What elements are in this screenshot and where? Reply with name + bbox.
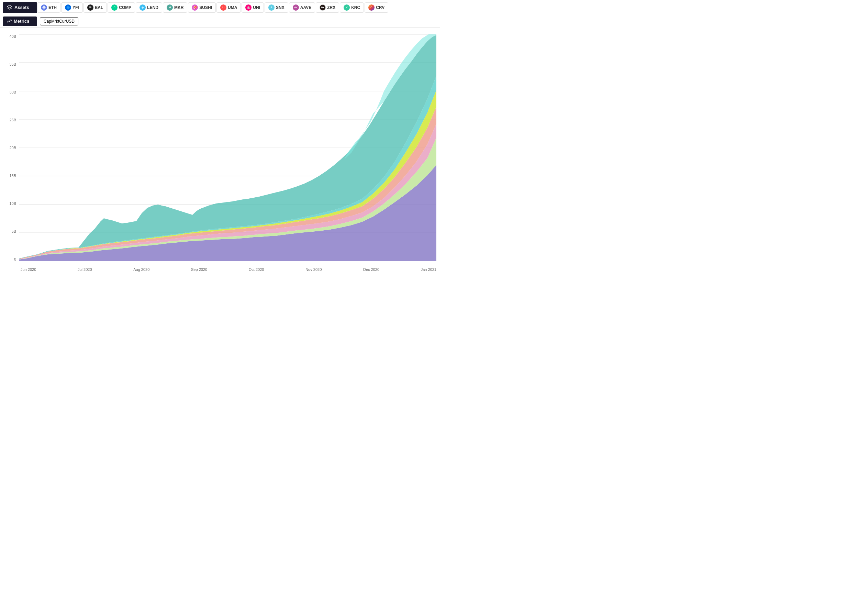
metric-capmrkt-tag[interactable]: CapMrktCurUSD [40,17,78,25]
token-tab-uma[interactable]: U UMA [217,2,241,13]
y-label-0: 0 [0,257,19,261]
uma-icon: U [220,5,226,11]
y-axis: 0 5B 10B 15B 20B 25B 30B 35B 40B [0,34,19,261]
assets-button[interactable]: Assets [3,2,37,13]
token-tab-crv[interactable]: C CRV [365,2,388,13]
metrics-icon [7,19,12,24]
mkr-label: MKR [174,5,183,10]
comp-label: COMP [119,5,131,10]
yfi-icon: 🔷 [65,5,71,11]
eth-icon [41,5,47,11]
x-label-jan2021: Jan 2021 [421,267,436,272]
x-axis: Jun 2020 Jul 2020 Aug 2020 Sep 2020 Oct … [20,267,436,272]
x-label-sep2020: Sep 2020 [191,267,207,272]
lend-label: LEND [147,5,158,10]
token-tab-zrx[interactable]: 0x ZRX [316,2,339,13]
assets-label: Assets [14,5,29,10]
sushi-label: SUSHI [199,5,212,10]
y-label-30b: 30B [0,90,19,94]
y-label-40b: 40B [0,34,19,39]
sushi-icon: 🍣 [192,5,198,11]
layers-icon [7,5,12,10]
lend-icon: ◎ [139,5,146,11]
token-tab-yfi[interactable]: 🔷 YFI [61,2,83,13]
x-label-oct2020: Oct 2020 [249,267,264,272]
uni-label: UNI [253,5,260,10]
token-tab-sushi[interactable]: 🍣 SUSHI [188,2,216,13]
uma-label: UMA [228,5,237,10]
stacked-area-chart [19,34,436,261]
uni-icon: 🦄 [245,5,251,11]
y-label-35b: 35B [0,62,19,66]
y-label-5b: 5B [0,229,19,233]
aave-icon: Aa [293,5,299,11]
zrx-icon: 0x [320,5,326,11]
token-tab-lend[interactable]: ◎ LEND [136,2,162,13]
token-tab-aave[interactable]: Aa AAVE [289,2,315,13]
y-label-20b: 20B [0,146,19,150]
metric-capmrkt-label: CapMrktCurUSD [44,19,75,24]
bal-label: BAL [95,5,103,10]
svg-marker-0 [42,5,46,8]
y-label-10b: 10B [0,202,19,206]
metrics-bar: Metrics CapMrktCurUSD [0,15,440,28]
yfi-label: YFI [72,5,79,10]
crv-icon: C [369,5,375,11]
x-label-dec2020: Dec 2020 [363,267,380,272]
snx-label: SNX [276,5,284,10]
eth-label: ETH [48,5,57,10]
comp-icon: C [111,5,117,11]
x-label-jun2020: Jun 2020 [20,267,36,272]
assets-bar: Assets ETH 🔷 YFI ⚖ BAL C [0,0,440,15]
x-label-aug2020: Aug 2020 [133,267,150,272]
token-tab-list: ETH 🔷 YFI ⚖ BAL C COMP ◎ LE [37,2,437,13]
token-tab-snx[interactable]: S SNX [265,2,288,13]
aave-label: AAVE [300,5,311,10]
chart-container: 0 5B 10B 15B 20B 25B 30B 35B 40B Jun 202… [0,28,440,275]
token-tab-eth[interactable]: ETH [37,2,61,13]
x-label-jul2020: Jul 2020 [78,267,92,272]
token-tab-uni[interactable]: 🦄 UNI [242,2,264,13]
x-label-nov2020: Nov 2020 [306,267,322,272]
token-tab-knc[interactable]: K KNC [340,2,364,13]
knc-icon: K [344,5,350,11]
mkr-icon: M [167,5,173,11]
y-label-25b: 25B [0,118,19,122]
snx-icon: S [269,5,275,11]
metrics-label: Metrics [14,19,30,24]
token-tab-mkr[interactable]: M MKR [163,2,187,13]
zrx-label: ZRX [327,5,335,10]
crv-label: CRV [376,5,384,10]
knc-label: KNC [351,5,360,10]
bal-icon: ⚖ [87,5,94,11]
token-tab-bal[interactable]: ⚖ BAL [83,2,107,13]
metrics-button[interactable]: Metrics [3,17,37,26]
token-tab-comp[interactable]: C COMP [108,2,135,13]
y-label-15b: 15B [0,174,19,178]
